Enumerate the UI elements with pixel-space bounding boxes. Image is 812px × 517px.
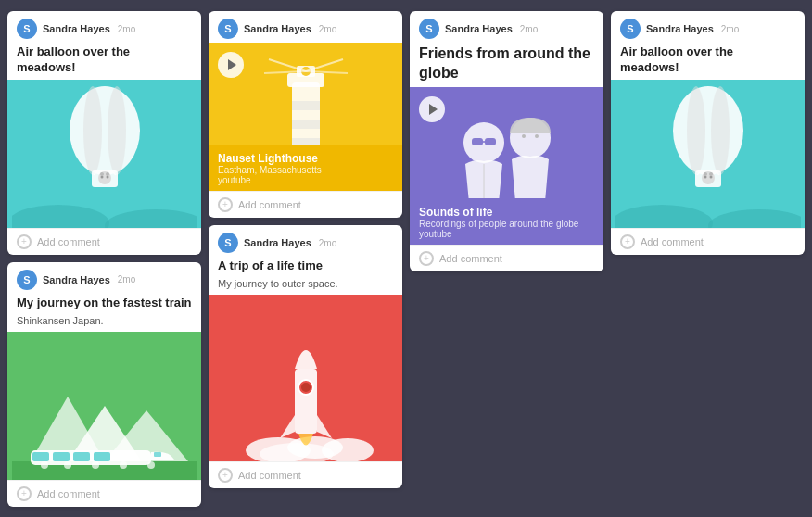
column-1: S Sandra Hayes 2mo Air balloon over the … [7,11,201,507]
svg-point-1 [83,86,102,175]
svg-point-9 [100,172,104,176]
friends-overlay: Sounds of life Recordings of people arou… [410,198,603,245]
card-footer: Add comment [7,228,201,255]
avatar: S [218,233,238,253]
svg-rect-18 [32,452,49,461]
add-comment-button[interactable]: Add comment [439,253,502,264]
svg-rect-19 [53,452,70,461]
card-image-train [7,332,201,480]
card-footer: Add comment [611,228,805,255]
svg-point-66 [704,172,707,176]
post-time: 2mo [319,24,336,34]
overlay-sub2: youtube [218,175,393,185]
svg-point-59 [711,86,730,175]
add-comment-button[interactable]: Add comment [238,470,301,481]
svg-point-58 [687,86,705,175]
train-svg [12,332,197,480]
add-comment-button[interactable]: Add comment [37,236,100,247]
card-title: A trip of a life time [209,257,402,278]
card-balloon-1: S Sandra Hayes 2mo Air balloon over the … [7,11,201,255]
card-train: S Sandra Hayes 2mo My journey on the fas… [7,262,201,507]
comment-icon [17,234,32,249]
comment-icon [419,251,434,266]
svg-rect-49 [472,138,483,145]
play-button[interactable] [419,96,445,122]
svg-point-27 [147,461,155,469]
card-title: Friends from around the globe [410,43,603,87]
svg-point-2 [108,86,126,175]
author-name: Sandra Hayes [646,23,714,34]
balloon2-svg [615,80,801,228]
svg-rect-21 [94,452,110,461]
svg-point-57 [673,86,743,175]
svg-point-47 [301,383,311,392]
avatar: S [17,19,37,39]
add-comment-button[interactable]: Add comment [641,236,704,247]
card-header: S Sandra Hayes 2mo [209,225,402,257]
comment-icon [17,486,32,501]
svg-point-54 [522,134,526,138]
comment-icon [218,468,233,483]
rocket-svg [213,295,399,461]
column-2: S Sandra Hayes 2mo [209,11,402,488]
post-time: 2mo [520,24,538,34]
svg-point-0 [70,86,140,175]
column-3: S Sandra Hayes 2mo Friends from around t… [410,11,603,271]
card-footer: Add comment [7,480,201,507]
avatar: S [218,19,238,39]
card-image-balloon [7,80,201,228]
svg-point-24 [64,461,71,469]
svg-rect-45 [295,369,317,434]
author-name: Sandra Hayes [244,237,311,248]
svg-point-67 [709,172,713,176]
svg-line-35 [269,59,306,71]
comment-icon [218,197,233,212]
svg-rect-20 [73,452,90,461]
overlay-sub1: Eastham, Massachusetts [218,165,393,175]
card-header: S Sandra Hayes 2mo [7,11,201,43]
svg-point-26 [120,461,127,469]
card-title: My journey on the fastest train [7,294,201,315]
post-time: 2mo [319,238,336,248]
avatar: S [620,19,641,39]
card-header: S Sandra Hayes 2mo [209,11,402,43]
card-footer: Add comment [209,461,402,488]
play-icon [429,104,438,115]
card-balloon-2: S Sandra Hayes 2mo Air balloon over the … [611,11,805,255]
card-header: S Sandra Hayes 2mo [7,262,201,294]
card-lighthouse: S Sandra Hayes 2mo [209,11,402,218]
author-name: Sandra Hayes [445,23,513,34]
overlay-sub2: youtube [419,229,594,239]
card-trip: S Sandra Hayes 2mo A trip of a life time… [209,225,402,488]
avatar: S [419,19,439,39]
card-friends: S Sandra Hayes 2mo Friends from around t… [410,11,603,271]
balloon-svg [12,80,197,228]
overlay-title: Sounds of life [419,206,594,219]
svg-point-6 [98,171,111,184]
card-image-lighthouse: Nauset Lighthouse Eastham, Massachusetts… [209,43,402,191]
card-title: Air balloon over the meadows! [7,43,201,80]
svg-line-36 [306,59,343,71]
overlay-sub1: Recordings of people around the globe [419,219,594,229]
add-comment-button[interactable]: Add comment [238,199,301,210]
play-icon [228,59,236,70]
card-subtitle: Shinkansen Japan. [7,315,201,332]
svg-rect-50 [485,138,496,145]
svg-point-25 [92,461,99,469]
svg-point-69 [708,209,801,228]
post-time: 2mo [118,274,135,284]
card-image-friends: Sounds of life Recordings of people arou… [410,87,603,245]
add-comment-button[interactable]: Add comment [37,488,100,499]
lighthouse-overlay: Nauset Lighthouse Eastham, Massachusetts… [209,145,402,191]
overlay-title: Nauset Lighthouse [218,152,393,165]
svg-point-12 [105,209,197,228]
comment-icon [620,234,635,249]
card-header: S Sandra Hayes 2mo [611,11,805,43]
svg-point-68 [615,205,713,228]
svg-rect-32 [292,101,320,110]
play-button[interactable] [218,52,244,78]
svg-point-63 [702,171,715,184]
svg-point-48 [463,122,504,163]
card-subtitle: My journey to outer space. [209,278,402,295]
column-4: S Sandra Hayes 2mo Air balloon over the … [611,11,805,255]
